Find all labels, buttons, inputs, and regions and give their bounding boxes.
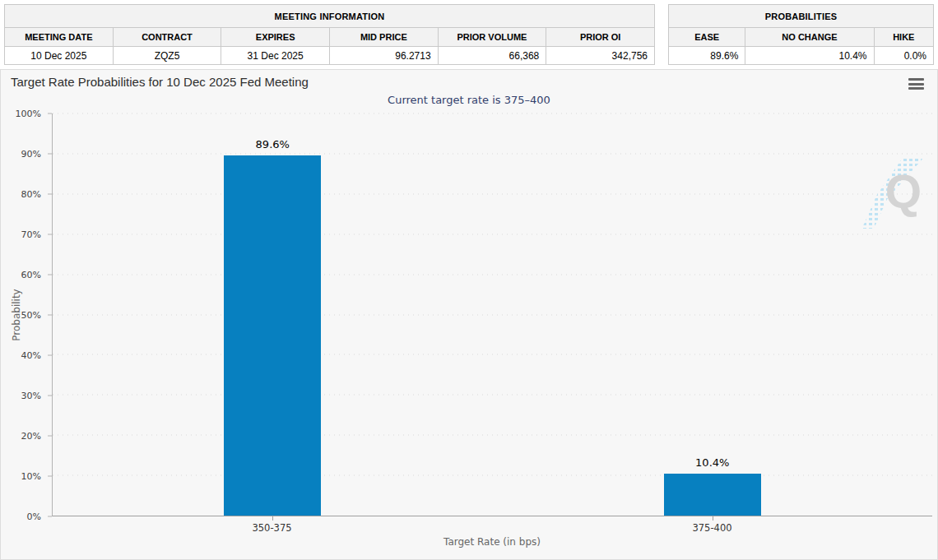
probability-bar-350-375[interactable]: 89.6%: [224, 155, 321, 516]
y-axis-tick-label: 20%: [21, 431, 41, 442]
cell-meeting-date: 10 Dec 2025: [5, 47, 114, 65]
cell-prior-oi: 342,756: [546, 47, 655, 65]
column-header-no-change: NO CHANGE: [745, 28, 874, 47]
cell-mid-price: 96.2713: [329, 47, 438, 65]
cell-hike: 0.0%: [874, 47, 933, 65]
column-header-expires: EXPIRES: [221, 28, 330, 47]
column-header-contract: CONTRACT: [113, 28, 221, 47]
y-axis-tick-label: 40%: [21, 350, 41, 361]
category-slot: 10.4%: [493, 113, 933, 516]
cell-ease: 89.6%: [669, 47, 745, 65]
plot-area: Q 89.6%10.4%: [52, 113, 932, 516]
cell-contract: ZQZ5: [113, 47, 221, 65]
menu-bar-line: [908, 83, 924, 86]
menu-bar-line: [908, 78, 924, 81]
y-axis-tick-label: 60%: [21, 270, 41, 280]
x-axis-tick: [272, 516, 273, 521]
column-header-mid-price: MID PRICE: [329, 28, 438, 47]
y-axis-tick-label: 90%: [21, 149, 41, 160]
cell-no-change: 10.4%: [745, 47, 874, 65]
meeting-info-title: MEETING INFORMATION: [5, 5, 655, 28]
x-axis-category-label: 350-375: [52, 522, 492, 534]
bar-data-label: 89.6%: [256, 138, 290, 150]
cell-expires: 31 Dec 2025: [221, 47, 330, 65]
column-header-meeting-date: MEETING DATE: [5, 28, 114, 47]
category-slot: 89.6%: [53, 113, 493, 516]
x-axis-category-label: 375-400: [492, 522, 932, 534]
column-header-prior-oi: PRIOR OI: [546, 28, 655, 47]
summary-tables-row: MEETING INFORMATION MEETING DATECONTRACT…: [0, 0, 938, 65]
meeting-info-header-row: MEETING DATECONTRACTEXPIRESMID PRICEPRIO…: [5, 28, 655, 47]
y-axis-tick-label: 0%: [27, 511, 41, 522]
chart-subtitle: Current target rate is 375–400: [1, 94, 937, 106]
meeting-info-value-row: 10 Dec 2025ZQZ531 Dec 202596.271366,3683…: [5, 47, 655, 65]
x-axis-tick: [713, 516, 713, 521]
y-axis-tick-label: 10%: [21, 471, 41, 482]
probabilities-title-row: PROBABILITIES: [669, 5, 934, 28]
probabilities-value-row: 89.6%10.4%0.0%: [669, 47, 934, 65]
bar-data-label: 10.4%: [695, 456, 729, 469]
meeting-info-title-row: MEETING INFORMATION: [5, 5, 655, 28]
probabilities-header-row: EASENO CHANGEHIKE: [669, 28, 934, 47]
y-axis-tick-label: 50%: [21, 310, 41, 321]
x-axis-labels: 350-375375-400: [52, 522, 932, 534]
y-axis-tick-label: 70%: [21, 229, 41, 240]
probabilities-table: PROBABILITIES EASENO CHANGEHIKE 89.6%10.…: [668, 4, 934, 65]
meeting-info-table: MEETING INFORMATION MEETING DATECONTRACT…: [4, 4, 655, 65]
y-axis-tick-label: 100%: [16, 109, 41, 119]
column-header-ease: EASE: [669, 28, 745, 47]
column-header-prior-volume: PRIOR VOLUME: [438, 28, 546, 47]
hamburger-menu-icon[interactable]: [908, 78, 924, 92]
menu-bar-line: [908, 87, 924, 90]
y-axis-labels: 0%10%20%30%40%50%60%70%80%90%100%: [1, 113, 52, 516]
y-axis-tick-label: 80%: [21, 189, 41, 200]
bars: 89.6%10.4%: [53, 113, 932, 516]
column-header-hike: HIKE: [874, 28, 933, 47]
x-axis-title: Target Rate (in bps): [52, 536, 932, 548]
y-axis-tick-label: 30%: [21, 391, 41, 401]
chart-title: Target Rate Probabilities for 10 Dec 202…: [11, 75, 309, 89]
probability-bar-375-400[interactable]: 10.4%: [664, 474, 761, 516]
probabilities-title: PROBABILITIES: [669, 5, 934, 28]
cell-prior-volume: 66,368: [438, 47, 546, 65]
fedwatch-chart-panel: Target Rate Probabilities for 10 Dec 202…: [0, 69, 938, 560]
